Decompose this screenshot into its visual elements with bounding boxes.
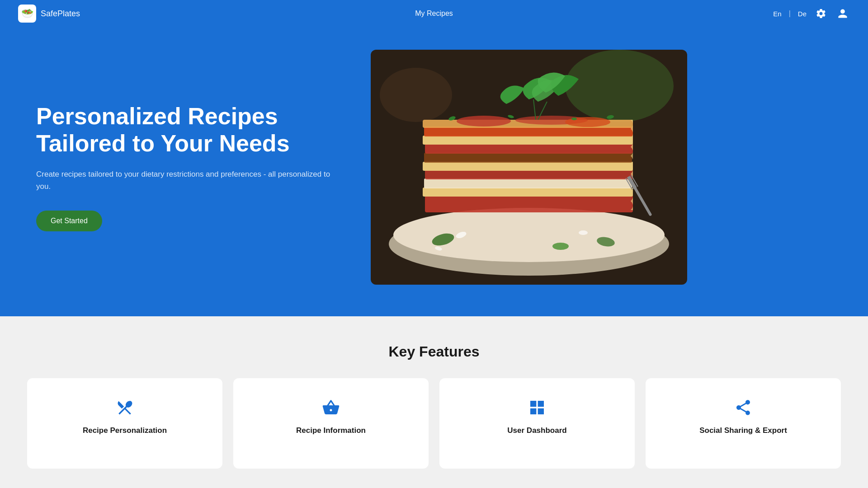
svg-rect-9 (423, 162, 633, 171)
feature-card-recipe-personalization: Recipe Personalization (27, 378, 222, 469)
logo-text: SafePlates (41, 9, 80, 19)
hero-image (371, 50, 687, 285)
get-started-button[interactable]: Get Started (36, 211, 102, 231)
feature-label-personalization: Recipe Personalization (83, 426, 167, 435)
svg-point-33 (579, 230, 588, 235)
svg-rect-8 (425, 169, 633, 179)
utensils-icon (116, 396, 134, 419)
header: 🥗 SafePlates My Recipes En | De (0, 0, 868, 27)
features-grid: Recipe Personalization Recipe Informatio… (27, 378, 841, 469)
header-nav: My Recipes (415, 9, 453, 18)
svg-rect-13 (424, 127, 633, 136)
features-title: Key Features (27, 343, 841, 360)
hero-subtitle: Create recipes tailored to your dietary … (36, 168, 344, 192)
logo[interactable]: 🥗 SafePlates (18, 5, 80, 23)
share-icon (734, 396, 752, 419)
header-right: En | De (773, 6, 850, 21)
logo-icon: 🥗 (18, 5, 36, 23)
feature-label-dashboard: User Dashboard (507, 426, 566, 435)
svg-rect-10 (424, 153, 632, 163)
my-recipes-link[interactable]: My Recipes (415, 9, 453, 17)
feature-label-information: Recipe Information (296, 426, 366, 435)
feature-label-social-sharing: Social Sharing & Export (699, 426, 787, 435)
hero-title: Personalized Recipes Tailored to Your Ne… (36, 103, 344, 157)
hero-section: Personalized Recipes Tailored to Your Ne… (0, 27, 868, 316)
feature-card-recipe-information: Recipe Information (233, 378, 429, 469)
svg-rect-7 (424, 178, 632, 188)
features-section: Key Features Recipe Personalization Reci… (0, 316, 868, 488)
dashboard-icon (528, 396, 546, 419)
settings-icon[interactable] (814, 6, 828, 21)
lang-separator: | (789, 9, 791, 18)
lang-en-button[interactable]: En (773, 10, 781, 18)
svg-rect-6 (423, 188, 633, 197)
user-account-icon[interactable] (835, 6, 850, 21)
svg-rect-11 (425, 144, 633, 154)
svg-point-2 (380, 68, 452, 122)
svg-point-4 (393, 208, 665, 262)
svg-point-20 (571, 117, 577, 120)
svg-point-1 (565, 50, 674, 122)
svg-point-15 (457, 116, 511, 127)
lang-de-button[interactable]: De (798, 10, 807, 18)
feature-card-user-dashboard: User Dashboard (439, 378, 635, 469)
feature-card-social-sharing: Social Sharing & Export (646, 378, 841, 469)
svg-rect-12 (423, 136, 633, 145)
svg-rect-5 (425, 194, 633, 212)
basket-icon (322, 396, 340, 419)
hero-content: Personalized Recipes Tailored to Your Ne… (36, 103, 344, 231)
svg-point-31 (552, 243, 569, 250)
